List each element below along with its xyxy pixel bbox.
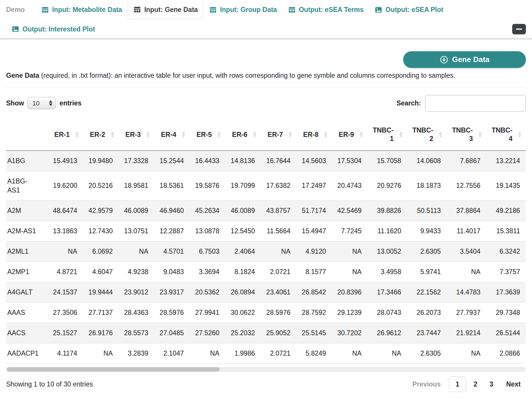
column-header-er-2[interactable]: ER-2 (83, 119, 119, 151)
cell-value: 4.6047 (83, 262, 119, 282)
previous-page-button[interactable]: Previous (407, 377, 446, 392)
app-brand: Demo (6, 0, 28, 20)
cell-value: 27.5260 (190, 323, 225, 343)
cell-value: 19.9444 (83, 282, 119, 303)
cell-value: 27.3506 (47, 303, 83, 323)
gene-name: A2MP1 (6, 262, 47, 282)
cell-value: 3.3694 (190, 262, 225, 282)
cell-value: 15.4947 (296, 221, 332, 241)
nav-tab-label: Output: eSEA Plot (385, 6, 443, 14)
cell-value: 17.3328 (119, 151, 154, 171)
gene-column-header[interactable] (6, 119, 47, 151)
cell-value: 2.6305 (407, 343, 447, 364)
cell-value: 2.0866 (486, 343, 526, 364)
cell-value: 25.5145 (296, 323, 332, 343)
navbar-row-2: Output: Interested Plot (6, 20, 526, 39)
page-button-3[interactable]: 3 (485, 377, 498, 392)
column-header-tnbc-3[interactable]: TNBC-3 (447, 119, 486, 151)
column-header-er-5[interactable]: ER-5 (190, 119, 225, 151)
cell-value: 4.9238 (119, 262, 154, 282)
cell-value: NA (83, 343, 119, 364)
cell-value: 26.2073 (407, 303, 447, 323)
column-header-er-6[interactable]: ER-6 (225, 119, 261, 151)
download-button-row: Gene Data (6, 51, 526, 68)
gene-name: A1BG-AS1 (6, 171, 47, 200)
sort-both-icon (360, 131, 363, 138)
column-label: ER-4 (161, 131, 176, 138)
cell-value: 37.8864 (447, 200, 486, 221)
column-header-er-4[interactable]: ER-4 (154, 119, 190, 151)
table-row-a2m: A2M48.647442.957946.008946.946045.263446… (6, 200, 526, 221)
cell-value: 19.1435 (486, 171, 526, 200)
minus-icon (516, 29, 522, 30)
cell-value: 3.5404 (447, 241, 486, 262)
column-label: ER-2 (90, 131, 105, 138)
entries-label: entries (59, 99, 81, 107)
navbar-row-1: Demo Input: Metabolite Data Input: Gene … (6, 0, 526, 20)
cell-value: 11.4017 (447, 221, 486, 241)
scrollbar-thumb[interactable] (7, 367, 220, 372)
column-header-er-3[interactable]: ER-3 (119, 119, 154, 151)
nav-tab-input-group-data[interactable]: Input: Group Data (204, 0, 282, 20)
cell-value: 18.5361 (154, 171, 190, 200)
column-label: TNBC-3 (452, 126, 473, 142)
nav-tab-output-esea-plot[interactable]: Output: eSEA Plot (369, 0, 449, 20)
description-lead: Gene Data (6, 72, 39, 79)
nav-tab-label: Input: Metabolite Data (52, 6, 122, 14)
column-header-er-8[interactable]: ER-8 (296, 119, 332, 151)
nav-tab-input-metabolite-data[interactable]: Input: Metabolite Data (36, 0, 128, 20)
cell-value: 19.5876 (190, 171, 225, 200)
column-header-er-7[interactable]: ER-7 (261, 119, 296, 151)
next-page-button[interactable]: Next (501, 377, 526, 392)
table-row-a4galt: A4GALT24.153719.944423.901223.931720.536… (6, 282, 526, 303)
description-body: (required, in .txt format): an interacti… (39, 72, 455, 79)
cell-value: 5.9741 (407, 262, 447, 282)
nav-tab-input-gene-data[interactable]: Input: Gene Data (128, 0, 204, 20)
column-header-er-1[interactable]: ER-1 (47, 119, 83, 151)
cell-value: 18.1873 (407, 171, 447, 200)
column-header-er-9[interactable]: ER-9 (332, 119, 367, 151)
table-row-aacs: AACS25.152726.917628.557327.048527.52602… (6, 323, 526, 343)
cell-value: 14.4783 (447, 282, 486, 303)
cell-value: 15.2544 (154, 151, 190, 171)
page-length-select-wrap: 10 (27, 97, 56, 109)
gene-data-download-button[interactable]: Gene Data (403, 51, 526, 68)
cell-value: 46.0089 (225, 200, 261, 221)
cell-value: NA (332, 343, 367, 364)
nav-tab-output-interested-plot[interactable]: Output: Interested Plot (6, 20, 101, 39)
sort-both-icon (324, 131, 327, 138)
table-icon (41, 6, 49, 13)
column-label: ER-1 (54, 131, 70, 138)
tab-content-gene-data: Gene Data Gene Data (required, in .txt f… (0, 51, 532, 392)
column-header-tnbc-4[interactable]: TNBC-4 (486, 119, 526, 151)
column-header-tnbc-1[interactable]: TNBC-1 (367, 119, 407, 151)
nav-tab-output-esea-terms[interactable]: Output: eSEA Terms (283, 0, 369, 20)
cell-value: 3.4958 (367, 262, 407, 282)
cell-value: 23.9012 (119, 282, 154, 303)
horizontal-scrollbar[interactable] (6, 367, 526, 372)
cell-value: 8.1577 (296, 262, 332, 282)
column-label: TNBC-4 (492, 126, 512, 142)
nav-tab-label: Output: eSEA Terms (299, 6, 364, 14)
gene-name: AACS (6, 323, 47, 343)
sort-both-icon (289, 131, 292, 138)
cell-value: 19.7099 (225, 171, 261, 200)
column-header-tnbc-2[interactable]: TNBC-2 (407, 119, 447, 151)
cell-value: 12.5450 (225, 221, 261, 241)
cell-value: 23.9317 (154, 282, 190, 303)
cell-value: 15.3811 (486, 221, 526, 241)
pagination: Previous 123 Next (407, 377, 526, 392)
sort-both-icon (399, 131, 402, 138)
page-button-2[interactable]: 2 (469, 377, 482, 392)
sort-both-icon (439, 131, 442, 138)
navbar-collapse-button[interactable] (512, 24, 526, 34)
cell-value: 26.0894 (225, 282, 261, 303)
page-button-1[interactable]: 1 (449, 377, 466, 392)
gene-name: A2M (6, 200, 47, 221)
page-length-control: Show 10 entries (6, 97, 82, 109)
navbar-row-2-tabs: Output: Interested Plot (6, 20, 101, 39)
search-input[interactable] (425, 95, 526, 112)
cell-value: 7.7245 (332, 221, 367, 241)
page-length-select[interactable]: 10 (27, 97, 56, 109)
cell-value: 42.9579 (83, 200, 119, 221)
